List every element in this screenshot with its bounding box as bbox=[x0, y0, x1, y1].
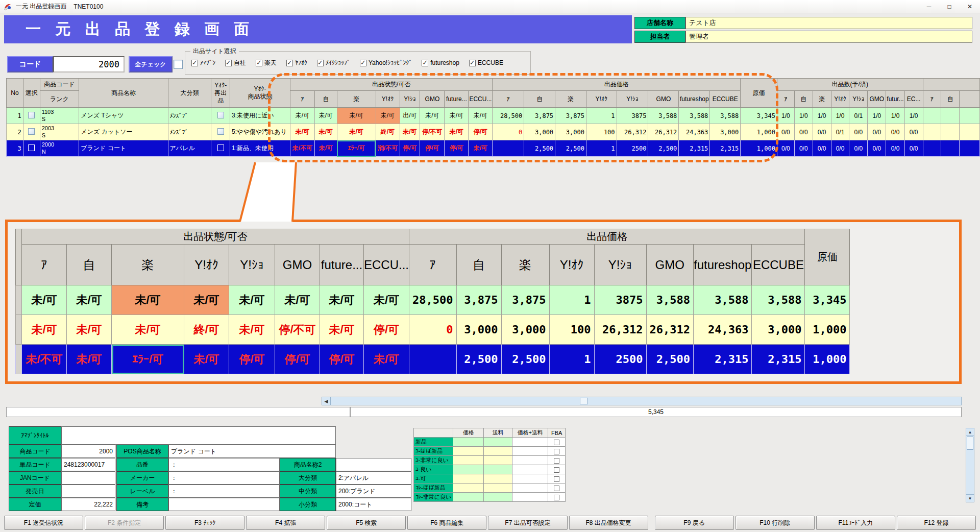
person-field[interactable]: 管理者 bbox=[685, 31, 972, 43]
condition-shipping-cell[interactable] bbox=[484, 465, 512, 474]
product-row[interactable]: 11103Sメンズ Tシャツﾒﾝｽﾞﾌﾞ3:未使用に近い未/可未/可未/可未/可… bbox=[7, 108, 980, 124]
fba-checkbox[interactable] bbox=[554, 467, 559, 473]
cell-condition: 3:未使用に近い bbox=[230, 108, 290, 124]
site-checkbox[interactable] bbox=[422, 60, 428, 66]
site-checkbox[interactable] bbox=[360, 60, 366, 66]
fba-checkbox[interactable] bbox=[554, 486, 559, 491]
fkey-button[interactable]: F8 出品価格変更 bbox=[569, 516, 648, 530]
scroll-left-arrow-icon[interactable]: ◀ bbox=[322, 397, 331, 405]
fkey-button[interactable]: F10 行削除 bbox=[736, 516, 815, 530]
condition-shipping-cell[interactable] bbox=[484, 456, 512, 465]
inset-cell-price: 3,000 bbox=[456, 315, 501, 345]
fkey-button[interactable]: F7 出品可否設定 bbox=[488, 516, 567, 530]
horizontal-scrollbar[interactable]: ◀ bbox=[322, 397, 962, 405]
all-check-button[interactable]: 全チェック bbox=[129, 56, 173, 72]
site-checkbox-item[interactable]: ECCUBE bbox=[469, 59, 503, 66]
cell-status: 未/可 bbox=[337, 124, 376, 140]
cell-status: 未/可 bbox=[420, 108, 445, 124]
condition-shipping-cell[interactable] bbox=[484, 438, 512, 447]
form-field[interactable]: ブランド コート bbox=[168, 445, 336, 458]
store-name-field[interactable]: テスト店 bbox=[685, 17, 972, 29]
row-select-checkbox[interactable] bbox=[28, 112, 35, 118]
cell-qty: 0/0 bbox=[777, 124, 794, 140]
all-check-checkbox[interactable] bbox=[174, 60, 183, 69]
condition-price-cell[interactable] bbox=[453, 474, 484, 483]
site-checkbox[interactable] bbox=[286, 60, 293, 66]
fkey-button[interactable]: F5 検索 bbox=[327, 516, 406, 530]
form-field[interactable] bbox=[336, 458, 411, 471]
amazon-title-field[interactable] bbox=[61, 426, 336, 445]
site-checkbox-item[interactable]: Yahoo!ｼｮｯﾋﾟﾝｸﾞ bbox=[360, 59, 412, 66]
title-bar: 一元 出品登録画面 TNET0100 ─ □ ✕ bbox=[0, 0, 980, 13]
scroll-down-arrow-icon[interactable]: ▼ bbox=[966, 494, 974, 502]
form-field[interactable]: ： bbox=[168, 485, 280, 498]
site-checkbox[interactable] bbox=[317, 60, 324, 66]
condition-price-cell[interactable] bbox=[453, 447, 484, 456]
relist-checkbox[interactable] bbox=[217, 144, 224, 151]
site-checkbox[interactable] bbox=[225, 60, 232, 66]
fba-checkbox[interactable] bbox=[554, 495, 559, 500]
fkey-button[interactable]: F12 登録 bbox=[897, 516, 976, 530]
condition-shipping-cell[interactable] bbox=[484, 447, 512, 456]
condition-price-cell[interactable] bbox=[453, 465, 484, 474]
fkey-button[interactable]: F6 商品編集 bbox=[407, 516, 486, 530]
product-row[interactable]: 32000Nブランド コートアパレル1:新品、未使用未/不可未/可ｴﾗｰ/可消/… bbox=[7, 140, 980, 157]
fkey-button[interactable]: F1 送受信状況 bbox=[4, 516, 83, 530]
form-field[interactable]: 2000 bbox=[61, 445, 115, 458]
row-select-checkbox[interactable] bbox=[28, 144, 35, 151]
condition-price-cell[interactable] bbox=[453, 483, 484, 493]
close-button[interactable]: ✕ bbox=[960, 0, 980, 13]
form-field[interactable] bbox=[168, 498, 280, 511]
form-field[interactable]: 2:アパレル bbox=[336, 471, 411, 485]
inset-cell-price: 3,000 bbox=[752, 315, 805, 345]
form-field[interactable] bbox=[61, 485, 115, 498]
code-input[interactable] bbox=[53, 56, 125, 72]
condition-price-cell[interactable] bbox=[453, 438, 484, 447]
maximize-button[interactable]: □ bbox=[939, 0, 960, 13]
fba-checkbox[interactable] bbox=[554, 458, 559, 464]
condition-shipping-cell[interactable] bbox=[484, 493, 512, 502]
site-checkbox[interactable] bbox=[256, 60, 262, 66]
product-row[interactable]: 22003Sメンズ カットソーﾒﾝｽﾞﾌﾞ5:やや傷や汚れあり未/可未/可未/可… bbox=[7, 124, 980, 140]
site-checkbox-item[interactable]: ｱﾏｿﾞﾝ bbox=[191, 59, 215, 66]
site-checkbox-item[interactable]: ﾒｲｸｼｮｯﾌﾟ bbox=[317, 59, 350, 66]
form-field[interactable]: 200:ブランド bbox=[336, 485, 411, 498]
site-checkbox-item[interactable]: 楽天 bbox=[256, 59, 277, 67]
form-field[interactable]: 2000:コート bbox=[336, 498, 411, 511]
form-field[interactable]: ： bbox=[168, 458, 280, 471]
site-checkbox-item[interactable]: 自社 bbox=[225, 59, 246, 67]
cell-tail bbox=[941, 140, 960, 157]
fkey-button[interactable]: F11ｺｰﾄﾞ入力 bbox=[816, 516, 895, 530]
fkey-button[interactable]: F4 拡張 bbox=[246, 516, 325, 530]
fba-checkbox[interactable] bbox=[554, 440, 559, 445]
vertical-scrollbar-thumb[interactable] bbox=[967, 437, 973, 450]
relist-checkbox[interactable] bbox=[217, 128, 224, 135]
site-checkbox-item[interactable]: ﾔﾌｵｸ bbox=[286, 59, 307, 66]
inset-cell-cost: 1,000 bbox=[805, 345, 850, 374]
fba-checkbox[interactable] bbox=[554, 449, 559, 454]
condition-shipping-cell[interactable] bbox=[484, 474, 512, 483]
condition-price-cell[interactable] bbox=[453, 493, 484, 502]
inset-cell-price: 3,588 bbox=[752, 285, 805, 315]
site-checkbox[interactable] bbox=[469, 60, 476, 66]
form-field[interactable] bbox=[61, 471, 115, 485]
cell-qty: 0/0 bbox=[868, 124, 886, 140]
vertical-scrollbar[interactable]: ▲ ▼ bbox=[966, 428, 974, 502]
site-checkbox[interactable] bbox=[191, 60, 198, 66]
relist-checkbox[interactable] bbox=[217, 112, 224, 118]
site-checkbox-item[interactable]: futureshop bbox=[422, 59, 459, 66]
form-label: 小分類 bbox=[280, 498, 336, 511]
condition-price-cell[interactable] bbox=[453, 456, 484, 465]
horizontal-scrollbar-thumb[interactable] bbox=[580, 398, 588, 404]
form-field[interactable]: 248123000017 bbox=[61, 458, 115, 471]
scroll-up-arrow-icon[interactable]: ▲ bbox=[966, 428, 974, 436]
form-field[interactable]: 22,222 bbox=[61, 498, 115, 511]
fkey-button[interactable]: F9 戻る bbox=[655, 516, 734, 530]
condition-shipping-cell[interactable] bbox=[484, 483, 512, 493]
row-select-checkbox[interactable] bbox=[28, 128, 35, 135]
form-field[interactable]: ： bbox=[168, 471, 280, 485]
minimize-button[interactable]: ─ bbox=[919, 0, 939, 13]
condition-row: ﾕ-可 bbox=[414, 474, 566, 483]
fkey-button[interactable]: F3 ﾁｪｯｸ bbox=[165, 516, 244, 530]
fba-checkbox[interactable] bbox=[554, 476, 559, 482]
